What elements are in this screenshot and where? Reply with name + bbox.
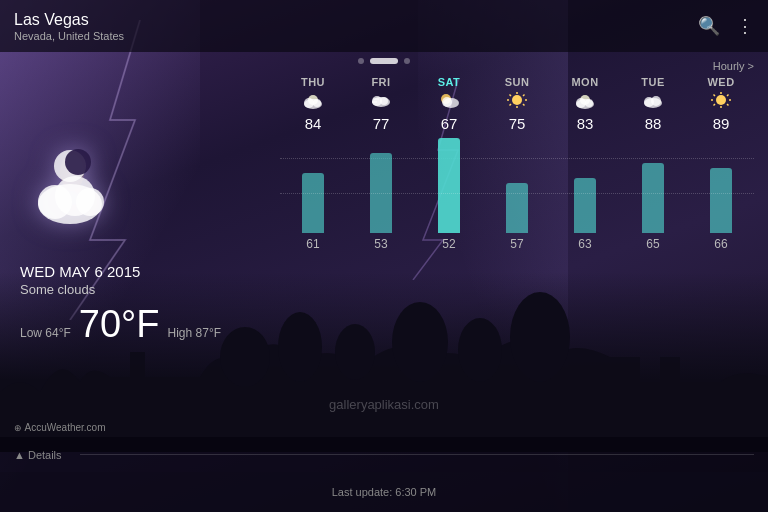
day-low-temp: 57	[510, 237, 523, 251]
svg-point-40	[651, 96, 661, 106]
svg-point-25	[512, 95, 522, 105]
bar-col-thu: 61	[280, 138, 346, 251]
bar-col-sun: 57	[484, 138, 550, 251]
bar-col-mon: 63	[552, 138, 618, 251]
day-weather-icon	[574, 91, 596, 112]
svg-point-36	[576, 98, 586, 108]
bar-col-wed: 66	[688, 138, 754, 251]
forecast-panel: Hourly > THU 84 FRI 77 SAT 67 SUN 75 MON…	[270, 52, 768, 437]
svg-line-33	[523, 95, 525, 97]
last-update: Last update: 6:30 PM	[332, 486, 437, 498]
forecast-day-fri[interactable]: FRI 77	[348, 76, 414, 132]
forecast-day-mon[interactable]: MON 83	[552, 76, 618, 132]
low-label: Low 64°F	[20, 326, 71, 340]
day-high-temp: 89	[713, 115, 730, 132]
hourly-link[interactable]: Hourly >	[280, 60, 754, 72]
temp-bar	[642, 163, 664, 233]
pagination-dots	[358, 58, 410, 64]
day-weather-icon	[370, 91, 392, 112]
svg-line-46	[714, 95, 716, 97]
bar-col-sat: 52	[416, 138, 482, 251]
day-label: SAT	[438, 76, 461, 88]
svg-point-12	[76, 188, 104, 216]
day-weather-icon	[438, 91, 460, 112]
day-high-temp: 77	[373, 115, 390, 132]
menu-icon[interactable]: ⋮	[736, 15, 754, 37]
day-label: FRI	[371, 76, 390, 88]
search-icon[interactable]: 🔍	[698, 15, 720, 37]
bar-col-tue: 65	[620, 138, 686, 251]
day-label: MON	[571, 76, 598, 88]
forecast-grid: THU 84 FRI 77 SAT 67 SUN 75 MON 83 TUE 8…	[280, 76, 754, 132]
svg-point-15	[304, 98, 314, 108]
dot-1[interactable]	[358, 58, 364, 64]
day-low-temp: 63	[578, 237, 591, 251]
svg-point-37	[585, 99, 593, 107]
svg-point-24	[442, 97, 452, 107]
day-low-temp: 61	[306, 237, 319, 251]
svg-point-16	[313, 99, 321, 107]
temp-bar	[574, 178, 596, 233]
details-label[interactable]: ▲ Details	[14, 449, 62, 461]
day-weather-icon	[642, 91, 664, 112]
weather-description: Some clouds	[20, 282, 95, 297]
bar-col-fri: 53	[348, 138, 414, 251]
accu-icon: ⊕	[14, 423, 25, 433]
svg-line-30	[510, 95, 512, 97]
svg-line-32	[510, 104, 512, 106]
forecast-day-thu[interactable]: THU 84	[280, 76, 346, 132]
day-label: SUN	[505, 76, 530, 88]
day-high-temp: 83	[577, 115, 594, 132]
svg-point-41	[716, 95, 726, 105]
current-weather-panel: WED MAY 6 2015 Some clouds Low 64°F 70°F…	[0, 52, 270, 437]
dot-2[interactable]	[370, 58, 398, 64]
forecast-day-tue[interactable]: TUE 88	[620, 76, 686, 132]
current-temp: 70°F	[79, 303, 160, 346]
day-high-temp: 84	[305, 115, 322, 132]
day-weather-icon	[506, 91, 528, 112]
svg-line-49	[727, 95, 729, 97]
forecast-day-wed[interactable]: WED 89	[688, 76, 754, 132]
temp-bar	[506, 183, 528, 233]
temp-bar	[370, 153, 392, 233]
day-low-temp: 66	[714, 237, 727, 251]
city-info: Las Vegas Nevada, United States	[14, 10, 698, 41]
temp-bar	[438, 138, 460, 233]
hourly-label: Hourly >	[713, 60, 754, 72]
temp-row: Low 64°F 70°F High 87°F	[20, 303, 221, 346]
svg-point-19	[380, 97, 388, 105]
watermark: galleryaplikasi.com	[329, 397, 439, 412]
forecast-day-sun[interactable]: SUN 75	[484, 76, 550, 132]
day-low-temp: 52	[442, 237, 455, 251]
day-label: THU	[301, 76, 325, 88]
day-weather-icon	[302, 91, 324, 112]
dot-3[interactable]	[404, 58, 410, 64]
day-label: TUE	[641, 76, 665, 88]
bars-section: 61 53 52 57 63 65 66	[280, 138, 754, 248]
temp-bar	[710, 168, 732, 233]
details-divider	[80, 454, 754, 455]
details-strip[interactable]: ▲ Details	[0, 437, 768, 472]
main-weather-icon	[20, 144, 130, 253]
day-weather-icon	[710, 91, 732, 112]
svg-line-48	[714, 104, 716, 106]
svg-line-31	[523, 104, 525, 106]
day-high-temp: 88	[645, 115, 662, 132]
city-name: Las Vegas	[14, 10, 698, 29]
svg-line-47	[727, 104, 729, 106]
top-bar: Las Vegas Nevada, United States 🔍 ⋮	[0, 0, 768, 52]
svg-point-8	[65, 149, 91, 175]
day-label: WED	[707, 76, 734, 88]
weather-date: WED MAY 6 2015	[20, 263, 140, 280]
temp-bar	[302, 173, 324, 233]
source-label: ⊕ AccuWeather.com	[14, 417, 105, 435]
bottom-bar: Last update: 6:30 PM	[0, 472, 768, 512]
top-icons: 🔍 ⋮	[698, 15, 754, 37]
day-low-temp: 53	[374, 237, 387, 251]
day-high-temp: 75	[509, 115, 526, 132]
source-text: ⊕ AccuWeather.com	[14, 422, 105, 433]
day-high-temp: 67	[441, 115, 458, 132]
day-low-temp: 65	[646, 237, 659, 251]
forecast-day-sat[interactable]: SAT 67	[416, 76, 482, 132]
city-region: Nevada, United States	[14, 30, 698, 42]
